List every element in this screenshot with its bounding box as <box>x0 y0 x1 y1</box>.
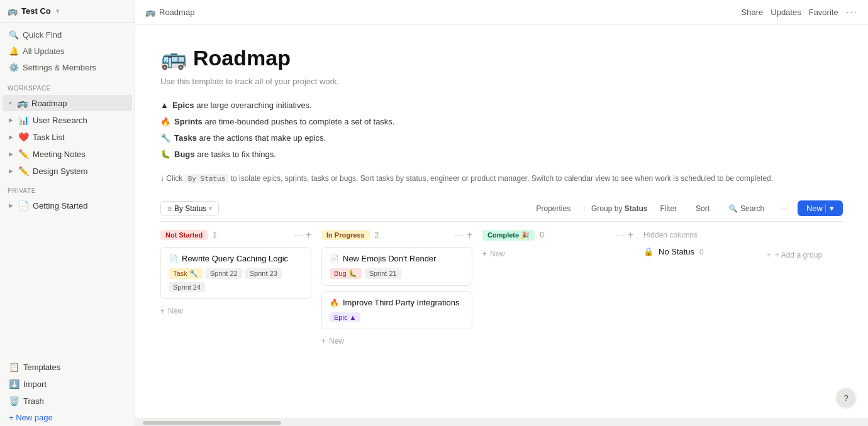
col-dots-button[interactable]: ··· <box>294 230 303 240</box>
workspace-chevron: ▾ <box>56 8 59 14</box>
col-header-actions: ··· + <box>455 229 472 241</box>
card-rewrite-query[interactable]: 📄 Rewrite Query Caching Logic Task 🔧 Spr… <box>160 247 311 299</box>
add-new-label: New <box>168 307 183 315</box>
bugs-bold: Bugs <box>174 150 195 159</box>
share-button[interactable]: Share <box>742 8 764 17</box>
col-header-complete: Complete 🎉 0 ··· + <box>482 229 633 241</box>
sidebar-item-label: Trash <box>23 396 44 406</box>
plus-icon: + <box>321 337 326 346</box>
new-button[interactable]: New ▾ <box>798 200 843 216</box>
new-button-caret[interactable]: ▾ <box>825 204 834 213</box>
col-add-button[interactable]: + <box>628 229 633 241</box>
tag-epic: Epic ▲ <box>330 312 360 322</box>
page-title-breadcrumb: Roadmap <box>159 8 194 17</box>
card-new-emojis[interactable]: 📄 New Emojis Don't Render Bug 🐛 Sprint 2… <box>321 247 472 286</box>
sidebar-item-user-research[interactable]: ▶ 📊 User Research <box>3 112 132 128</box>
sidebar-item-settings[interactable]: ⚙️ Settings & Members <box>3 60 132 75</box>
card-third-party[interactable]: 🔥 Improve Third Party Integrations Epic … <box>321 291 472 329</box>
group-by-value: Status <box>625 204 648 213</box>
col-add-button[interactable]: + <box>306 229 311 241</box>
col-add-button[interactable]: + <box>467 229 472 241</box>
group-by-button[interactable]: ≡ By Status ▾ <box>160 201 219 216</box>
sidebar-item-label: Getting Started <box>33 201 87 210</box>
not-started-count: 1 <box>213 231 217 239</box>
tag-task: Task 🔧 <box>169 268 203 279</box>
new-page-button[interactable]: + New page <box>3 410 132 425</box>
workspace-header[interactable]: 🚌 Test Co ▾ <box>0 0 135 23</box>
favorite-button[interactable]: Favorite <box>809 8 838 17</box>
properties-button[interactable]: Properties <box>530 202 577 216</box>
column-complete: Complete 🎉 0 ··· + + New <box>482 229 633 348</box>
col-dots-button[interactable]: ··· <box>455 230 464 240</box>
desc-line-sprints: 🔥 Sprints are time-bounded pushes to com… <box>160 114 843 130</box>
sidebar-item-design-system[interactable]: ▶ ✏️ Design System <box>3 163 132 179</box>
col-dots-button[interactable]: ··· <box>616 230 625 240</box>
sidebar-item-meeting-notes[interactable]: ▶ ✏️ Meeting Notes <box>3 146 132 162</box>
hidden-columns-area: Hidden columns 🔒 No Status 0 <box>643 229 757 348</box>
tag-sprint-21: Sprint 21 <box>365 268 401 279</box>
workspace-name: Test Co <box>21 6 51 16</box>
desc-line-bugs: 🐛 Bugs are tasks to fix things. <box>160 146 843 163</box>
templates-icon: 📋 <box>9 362 19 372</box>
sprint-icon: 🔥 <box>330 298 339 307</box>
no-status-row: 🔒 No Status 0 <box>643 247 757 256</box>
sort-button[interactable]: Sort <box>689 202 716 216</box>
sidebar-util-label: Settings & Members <box>23 63 96 72</box>
topbar-actions: Share Updates Favorite ··· <box>742 7 858 18</box>
add-new-in-progress[interactable]: + New <box>321 334 472 348</box>
trash-icon: 🗑️ <box>9 396 19 406</box>
expand-arrow: ▶ <box>9 117 13 123</box>
group-by-text: Group by Status <box>591 204 647 213</box>
sidebar-item-label: Task List <box>33 133 65 142</box>
tasks-bold: Tasks <box>174 133 197 143</box>
main-area: 🚌 Roadmap Share Updates Favorite ··· 🚌 R… <box>135 0 868 426</box>
doc-icon: 📄 <box>330 254 339 263</box>
expand-arrow: ▶ <box>9 134 13 140</box>
add-group-button[interactable]: + + Add a group <box>767 248 843 262</box>
search-button[interactable]: 🔍 Search <box>722 202 771 216</box>
board: Not Started 1 ··· + 📄 Rewrite Query Cach… <box>160 229 843 354</box>
column-in-progress: In Progress 2 ··· + 📄 New Emojis Don't R… <box>321 229 472 348</box>
sidebar-item-label: Design System <box>33 167 87 176</box>
no-status-count: 0 <box>699 248 704 256</box>
sidebar-item-task-list[interactable]: ▶ ❤️ Task List <box>3 129 132 145</box>
page-subtitle: Use this template to track all of your p… <box>160 77 843 86</box>
add-new-complete[interactable]: + New <box>482 247 633 261</box>
page-emoji: 🚌 <box>160 45 187 70</box>
topbar-breadcrumb: 🚌 Roadmap <box>145 8 194 17</box>
page-title: Roadmap <box>193 46 291 70</box>
sidebar-item-getting-started[interactable]: ▶ 📄 Getting Started <box>3 197 132 214</box>
new-label: New <box>806 204 823 213</box>
search-icon: 🔍 <box>728 204 738 213</box>
card-title: 📄 New Emojis Don't Render <box>330 254 464 263</box>
add-new-not-started[interactable]: + New <box>160 304 311 318</box>
topbar: 🚌 Roadmap Share Updates Favorite ··· <box>135 0 868 25</box>
doc-icon: 📄 <box>169 254 178 263</box>
sidebar-item-import[interactable]: ⬇️ Import <box>3 376 132 392</box>
scrollbar-thumb[interactable] <box>143 421 281 425</box>
sidebar-item-label: Roadmap <box>31 99 67 108</box>
sidebar-item-roadmap[interactable]: ▾ 🚌 Roadmap <box>3 95 132 111</box>
sidebar-item-all-updates[interactable]: 🔔 All Updates <box>3 43 132 59</box>
more-button[interactable]: ··· <box>777 202 791 214</box>
roadmap-icon: 🚌 <box>17 98 28 108</box>
board-toolbar: ≡ By Status ▾ Properties | Group by Stat… <box>160 195 843 222</box>
filter-button[interactable]: Filter <box>654 202 683 216</box>
horizontal-scrollbar[interactable] <box>135 418 868 426</box>
sidebar-item-trash[interactable]: 🗑️ Trash <box>3 393 132 409</box>
more-options-button[interactable]: ··· <box>846 7 858 18</box>
add-group-area: + + Add a group <box>767 229 843 348</box>
plus-icon: + <box>160 307 165 315</box>
add-new-label: New <box>329 337 344 346</box>
bell-icon: 🔔 <box>9 46 19 56</box>
updates-button[interactable]: Updates <box>771 8 801 17</box>
expand-arrow: ▶ <box>9 202 13 209</box>
new-page-label: + New page <box>9 413 53 422</box>
sidebar-item-templates[interactable]: 📋 Templates <box>3 359 132 375</box>
col-header-in-progress: In Progress 2 ··· + <box>321 229 472 241</box>
help-button[interactable]: ? <box>837 388 855 407</box>
expand-arrow: ▶ <box>9 151 13 157</box>
sidebar-item-quick-find[interactable]: 🔍 Quick Find <box>3 27 132 43</box>
sidebar-item-label: Meeting Notes <box>33 150 86 159</box>
epics-icon: ▲ <box>160 97 169 114</box>
